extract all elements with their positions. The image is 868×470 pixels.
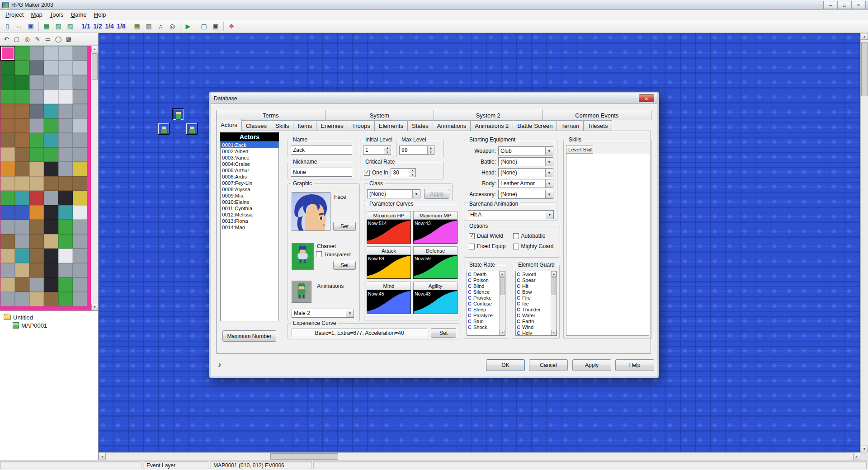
class-apply-button[interactable]: Apply <box>424 189 449 199</box>
options-icon[interactable]: ❖ <box>226 21 237 32</box>
experience-set-button[interactable]: Set <box>431 328 456 338</box>
palette-tile[interactable] <box>73 191 87 205</box>
palette-tile[interactable] <box>15 249 29 263</box>
minimize-button[interactable]: – <box>823 1 838 9</box>
curve-canvas[interactable]: Now:59 <box>413 255 458 279</box>
palette-tile[interactable] <box>15 263 29 277</box>
palette-tile[interactable] <box>73 118 87 133</box>
apply-button[interactable]: Apply <box>572 359 611 371</box>
palette-tile[interactable] <box>15 61 29 75</box>
palette-tile[interactable] <box>15 104 29 118</box>
actor-row[interactable]: 0008:Alyssa <box>221 186 278 193</box>
option-checkbox[interactable]: Fixed Equip <box>469 243 513 249</box>
scroll-down-arrow[interactable]: ▼ <box>91 304 98 310</box>
equipment-select[interactable]: Club ▼ <box>498 146 553 155</box>
tab[interactable]: Terrain <box>557 120 584 131</box>
palette-tile[interactable] <box>73 75 87 89</box>
palette-tile[interactable] <box>58 162 73 176</box>
menu-item[interactable]: Tools <box>46 10 67 19</box>
actor-row[interactable]: 0009:Mia <box>221 193 278 199</box>
palette-tile[interactable] <box>0 277 15 292</box>
dialog-close-button[interactable]: × <box>639 94 654 102</box>
palette-tile[interactable] <box>29 46 44 61</box>
palette-tile[interactable] <box>73 234 87 249</box>
tab[interactable]: Tilesets <box>583 120 612 131</box>
scroll-up-arrow[interactable]: ▲ <box>91 46 98 52</box>
palette-tile[interactable] <box>44 220 58 234</box>
actor-row[interactable]: 0012:Melissa <box>221 212 278 218</box>
palette-tile[interactable] <box>58 220 73 234</box>
palette-tile[interactable] <box>29 220 44 234</box>
tab[interactable]: System 2 <box>434 110 543 120</box>
state-rate-row[interactable]: C Stun <box>467 318 499 324</box>
ellipse-icon[interactable]: ◯ <box>53 34 63 44</box>
palette-tile[interactable] <box>44 191 58 205</box>
fill-icon[interactable]: ▩ <box>64 34 74 44</box>
state-rate-row[interactable]: C Silence <box>467 289 499 295</box>
state-rate-row[interactable]: C Confuse <box>467 301 499 306</box>
spin-up-icon[interactable]: ▲ <box>428 146 434 150</box>
element-guard-row[interactable]: C Water <box>516 312 551 318</box>
palette-tile[interactable] <box>29 118 44 133</box>
tab[interactable]: Classes <box>241 120 271 131</box>
element-guard-row[interactable]: C Hit <box>516 283 551 289</box>
scrollbar-thumb[interactable] <box>92 53 98 80</box>
scrollbar-thumb[interactable] <box>552 277 556 295</box>
scroll-up-arrow[interactable]: ▲ <box>861 33 868 40</box>
palette-tile[interactable] <box>29 234 44 249</box>
element-guard-row[interactable]: C Wind <box>516 324 551 330</box>
ok-button[interactable]: OK <box>486 359 525 371</box>
state-rate-row[interactable]: C Provoke <box>467 295 499 301</box>
scrollbar-thumb[interactable] <box>500 277 505 295</box>
palette-tile[interactable] <box>58 292 73 306</box>
tab[interactable]: Animations 2 <box>470 120 513 131</box>
palette-tile[interactable] <box>15 46 29 61</box>
scrollbar-thumb[interactable] <box>861 42 868 96</box>
palette-tile[interactable] <box>0 249 15 263</box>
element-guard-row[interactable]: C Thunder <box>516 306 551 312</box>
state-rate-row[interactable]: C Poison <box>467 277 499 283</box>
skills-column-header[interactable]: Level <box>566 146 581 154</box>
tab[interactable]: Common Events <box>542 110 652 120</box>
face-set-button[interactable]: Set <box>333 222 356 231</box>
zoom-1-8-icon[interactable]: 1/8 <box>116 21 127 32</box>
palette-tile[interactable] <box>44 147 58 162</box>
maximize-button[interactable]: □ <box>837 1 852 9</box>
scroll-down-arrow[interactable]: ▼ <box>500 330 505 335</box>
palette-tile[interactable] <box>73 205 87 220</box>
palette-tile[interactable] <box>44 205 58 220</box>
scroll-down-arrow[interactable]: ▼ <box>861 446 868 452</box>
playtest-icon[interactable]: ▶ <box>183 21 193 32</box>
element-guard-row[interactable]: C Spear <box>516 277 551 283</box>
element-guard-row[interactable]: C Sword <box>516 271 551 277</box>
state-rate-row[interactable]: C Death <box>467 271 499 277</box>
transparent-checkbox[interactable]: Transparent <box>316 251 351 257</box>
help-button[interactable]: Help <box>615 359 654 371</box>
palette-tile[interactable] <box>73 147 87 162</box>
barehand-animation-select[interactable]: Hit A ▼ <box>468 210 554 219</box>
palette-tile[interactable] <box>29 277 44 292</box>
palette-tile[interactable] <box>0 133 15 147</box>
palette-tile[interactable] <box>15 89 29 104</box>
palette-tile[interactable] <box>15 75 29 89</box>
lower-layer-icon[interactable]: ▦ <box>41 21 52 32</box>
map-event-sprite[interactable] <box>186 123 198 135</box>
tab[interactable]: Troops <box>348 120 375 131</box>
animation-select[interactable]: Male 2 ▼ <box>292 309 354 318</box>
scroll-left-arrow[interactable]: ◄ <box>99 453 106 460</box>
palette-tile[interactable] <box>58 147 73 162</box>
palette-tile[interactable] <box>0 89 15 104</box>
palette-tile[interactable] <box>0 205 15 220</box>
tab[interactable]: Actors <box>216 119 242 131</box>
Defense[interactable]: Defense Now:59 <box>413 246 458 279</box>
palette-tile[interactable] <box>29 191 44 205</box>
state-rate-scrollbar[interactable]: ▲ ▼ <box>499 271 505 335</box>
palette-tile[interactable] <box>44 46 58 61</box>
tab[interactable]: Battle Screen <box>513 120 557 131</box>
palette-tile[interactable] <box>0 220 15 234</box>
palette-tile[interactable] <box>73 46 87 61</box>
palette-tile[interactable] <box>44 133 58 147</box>
tab[interactable]: Enemies <box>316 120 348 131</box>
palette-scrollbar[interactable]: ▲ ▼ <box>91 46 98 310</box>
palette-tile[interactable] <box>58 176 73 191</box>
